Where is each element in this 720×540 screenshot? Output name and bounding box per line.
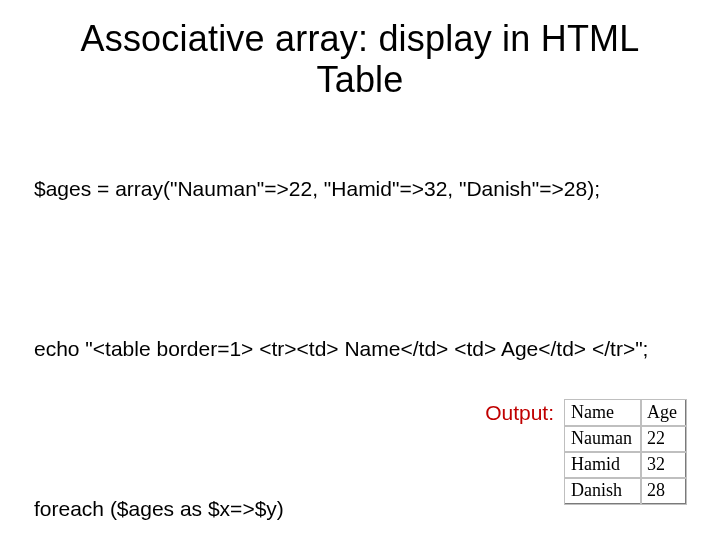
table-cell-name: Nauman [565,426,641,452]
output-table: Name Age Nauman 22 Hamid 32 Danish 28 [564,399,686,504]
table-cell-name: Hamid [565,452,641,478]
table-row: Nauman 22 [565,426,686,452]
code-line-1: $ages = array("Nauman"=>22, "Hamid"=>32,… [34,175,686,203]
table-cell-age: 22 [641,426,686,452]
table-header-age: Age [641,400,686,426]
slide: Associative array: display in HTML Table… [0,0,720,540]
output-label: Output: [485,401,554,425]
table-row: Hamid 32 [565,452,686,478]
table-header-name: Name [565,400,641,426]
table-cell-age: 28 [641,478,686,504]
code-line-2: echo "<table border=1> <tr><td> Name</td… [34,335,686,363]
blank-line [34,261,686,279]
table-cell-age: 32 [641,452,686,478]
table-cell-name: Danish [565,478,641,504]
table-row-header: Name Age [565,400,686,426]
table-row: Danish 28 [565,478,686,504]
output-area: Output: Name Age Nauman 22 Hamid 32 Dani… [485,399,686,504]
slide-title: Associative array: display in HTML Table [34,18,686,101]
